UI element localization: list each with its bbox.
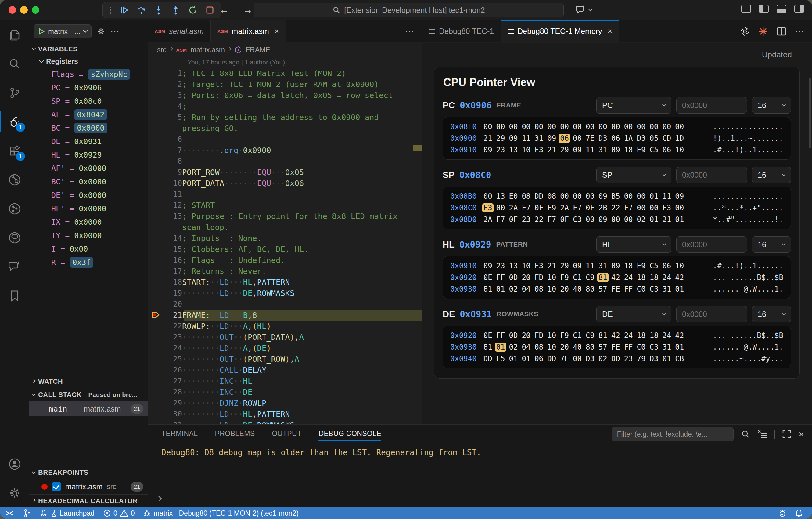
gutter[interactable]: 31 <box>148 419 182 425</box>
extensions-icon[interactable]: 1 <box>0 136 29 165</box>
code-line-24[interactable]: 24········LD···A,(DE) <box>148 343 422 354</box>
forward-arrow-icon[interactable]: → <box>243 4 253 16</box>
code-line-13[interactable]: 13; Purpose : Entry point for the 8x8 LE… <box>148 211 422 222</box>
assistant-robot-icon[interactable] <box>774 508 791 519</box>
pointer-select-HL[interactable]: HL <box>596 236 671 253</box>
git-graph-icon[interactable] <box>0 194 29 223</box>
code-line-26[interactable]: 26········CALL·DELAY <box>148 364 422 376</box>
length-select-DE[interactable]: 16 <box>752 306 791 322</box>
gutter[interactable]: 28 <box>148 386 182 398</box>
sidebar-more-actions-icon[interactable]: ⋯ <box>110 26 120 37</box>
code-line-15[interactable]: 15; Clobbers: AF, BC, DE, HL. <box>148 244 422 255</box>
github-icon[interactable] <box>0 223 29 252</box>
gutter[interactable]: 8 <box>148 156 182 167</box>
code-line-11[interactable]: 11 <box>148 189 422 200</box>
code-line-5[interactable]: 5; Run by setting the address to 0x0900 … <box>148 112 422 123</box>
hexcalc-section-header[interactable]: HEXADECIMAL CALCULATOR <box>29 494 148 508</box>
breakpoint-current-arrow-icon[interactable] <box>151 310 160 319</box>
explorer-icon[interactable] <box>0 20 29 49</box>
code-line-23[interactable]: 23········OUT··(PORT_DATA),A <box>148 332 422 343</box>
customize-layout-icon[interactable] <box>741 5 751 13</box>
gutter[interactable]: 4 <box>148 101 182 112</box>
bookmarks-icon[interactable] <box>0 281 29 310</box>
starburst-icon[interactable] <box>758 27 768 36</box>
panel-tab-debug-console[interactable]: DEBUG CONSOLE <box>318 425 381 442</box>
address-input-SP[interactable]: 0x0000 <box>676 167 747 183</box>
maximize-window-button[interactable] <box>32 6 39 14</box>
code-line-6[interactable]: 6 <box>148 134 422 145</box>
code-line-7[interactable]: 7········.org·0x0900 <box>148 145 422 156</box>
code-line-14[interactable]: 14; Inputs : None. <box>148 233 422 244</box>
gutter[interactable]: 18 <box>148 277 182 288</box>
tab-serial-asm[interactable]: ASM serial.asm <box>148 20 211 43</box>
command-center-search[interactable]: [Extension Development Host] tec1-mon2 <box>254 3 564 18</box>
register-row-DE[interactable]: DE = 0x0931 <box>29 135 148 148</box>
search-icon[interactable] <box>741 430 750 439</box>
register-row-BCx[interactable]: BC' = 0x0000 <box>29 175 148 188</box>
back-arrow-icon[interactable]: ← <box>219 4 229 16</box>
gutter[interactable]: 17 <box>148 266 182 277</box>
code-line-2[interactable]: 2; Target: TEC-1 MON-2 (user RAM at 0x09… <box>148 79 422 90</box>
drag-handle-icon[interactable] <box>109 6 112 14</box>
split-editor-icon[interactable] <box>777 27 786 36</box>
gutter[interactable]: 25 <box>148 354 182 364</box>
register-row-SP[interactable]: SP = 0x08c0 <box>29 94 148 108</box>
code-line-3[interactable]: 3; Ports: 0x06 = data latch, 0x05 = row … <box>148 90 422 101</box>
console-input-chevron-icon[interactable] <box>157 496 161 502</box>
toggle-secondary-sidebar-icon[interactable] <box>794 5 804 13</box>
register-row-AFx[interactable]: AF' = 0x0000 <box>29 162 148 175</box>
gutter[interactable]: 10 <box>148 178 182 189</box>
close-window-button[interactable] <box>8 6 16 14</box>
register-row-IY[interactable]: IY = 0x0000 <box>29 229 148 242</box>
gutter[interactable]: 3 <box>148 90 182 101</box>
breakpoint-row[interactable]: matrix.asm src 21 <box>29 479 148 494</box>
pointer-select-PC[interactable]: PC <box>596 97 671 114</box>
register-row-HLx[interactable]: HL' = 0x0000 <box>29 202 148 215</box>
register-row-I[interactable]: I = 0x00 <box>29 242 148 255</box>
gutter[interactable]: 21 <box>148 309 182 321</box>
debug-session-status[interactable]: matrix - Debug80 (TEC-1 MON-2) (tec1-mon… <box>139 508 302 519</box>
gutter[interactable]: 30 <box>148 408 182 419</box>
editor-more-actions-icon[interactable]: ⋯ <box>795 26 805 37</box>
register-row-IX[interactable]: IX = 0x0000 <box>29 215 148 229</box>
step-into-button[interactable] <box>154 5 163 15</box>
gutter[interactable]: 2 <box>148 79 182 90</box>
code-line-16[interactable]: 16; Flags : Undefined. <box>148 255 422 266</box>
length-select-PC[interactable]: 16 <box>752 97 791 114</box>
register-row-HL[interactable]: HL = 0x0929 <box>29 148 148 162</box>
launchpad-status-item[interactable]: Launchpad <box>35 508 99 519</box>
step-over-button[interactable] <box>137 5 146 15</box>
watch-section-header[interactable]: WATCH <box>29 375 148 388</box>
tab-matrix-asm[interactable]: ASM matrix.asm × <box>211 20 286 43</box>
gutter[interactable]: 15 <box>148 244 182 255</box>
code-line-25[interactable]: 25········OUT··(PORT_ROW),A <box>148 354 422 364</box>
code-line-17[interactable]: 17; Returns : Never. <box>148 266 422 277</box>
register-row-BC[interactable]: BC = 0x0000 <box>29 121 148 135</box>
gutter[interactable]: 24 <box>148 343 182 354</box>
gutter[interactable]: 22 <box>148 321 182 332</box>
gutter[interactable]: 23 <box>148 332 182 343</box>
breakpoint-checkbox[interactable] <box>52 482 61 491</box>
code-line-31[interactable]: 31········LD···DE,ROWMASKS <box>148 419 422 425</box>
gutter[interactable]: 27 <box>148 376 182 386</box>
gutter[interactable]: 9 <box>148 167 182 178</box>
tab-debug80-tec1-memory[interactable]: Debug80 TEC-1 Memory × <box>501 20 619 43</box>
code-line-9[interactable]: 9PORT_ROW········EQU···0x05 <box>148 167 422 178</box>
panel-tab-problems[interactable]: PROBLEMS <box>215 425 255 442</box>
callstack-frame-row[interactable]: main matrix.asm 21 <box>29 401 148 416</box>
debug-gear-icon[interactable] <box>96 27 106 36</box>
address-input-HL[interactable]: 0x0000 <box>676 236 747 253</box>
code-line-19[interactable]: 19········LD···DE,ROWMASKS <box>148 288 422 299</box>
panel-tab-output[interactable]: OUTPUT <box>272 425 302 442</box>
register-row-DEx[interactable]: DE' = 0x0000 <box>29 188 148 202</box>
code-line-18[interactable]: 18START:··LD···HL,PATTERN <box>148 277 422 288</box>
code-editor[interactable]: You, 17 hours ago | 1 author (You) 1; TE… <box>148 57 422 425</box>
graph-status-item[interactable] <box>19 508 35 519</box>
stop-button[interactable] <box>205 5 214 15</box>
minimize-window-button[interactable] <box>20 6 28 14</box>
problems-status-item[interactable]: 0 0 <box>99 508 139 519</box>
length-select-HL[interactable]: 16 <box>752 236 791 253</box>
gutter[interactable]: 5 <box>148 112 182 123</box>
register-row-Flags[interactable]: Flags = sZyhxpNc <box>29 67 148 81</box>
gutter[interactable] <box>148 123 182 134</box>
